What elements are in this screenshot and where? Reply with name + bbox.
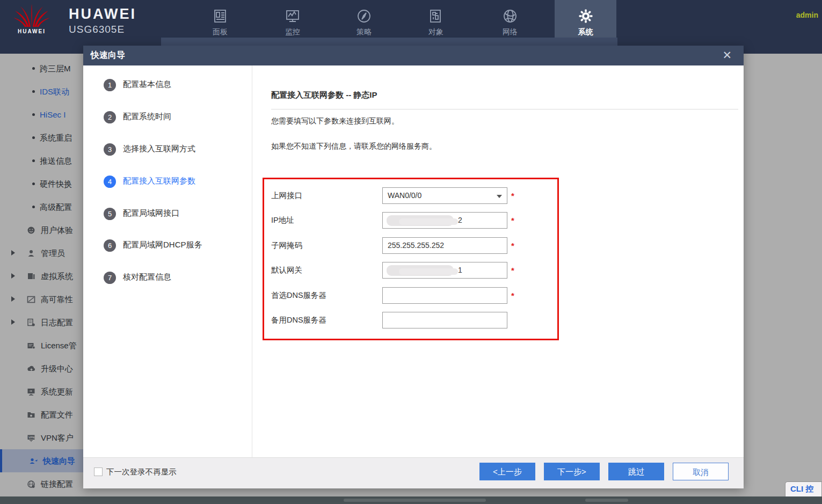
skip-button[interactable]: 跳过 [608,463,664,480]
dont-show-again-checkbox[interactable] [94,468,103,476]
dialog-header: 快速向导 ✕ [83,46,744,65]
redaction-blur [399,218,458,225]
cli-console-button[interactable]: CLI 控 [785,481,822,496]
huawei-logo-icon [13,3,50,28]
top-navigation-bar: HUAWEI HUAWEI USG6305E admin 面板 监控 策略 对象… [0,0,822,38]
checkbox-label: 下一次登录不再显示 [106,467,177,477]
huawei-logo-caption: HUAWEI [13,28,50,34]
default-gateway-input[interactable]: 1 [382,262,507,279]
policy-compass-icon [357,9,372,24]
quick-wizard-dialog: 快速向导 ✕ 1配置基本信息 2配置系统时间 3选择接入互联网方式 4配置接入互… [83,46,744,488]
heading-divider [271,109,738,109]
monitor-icon [285,9,300,24]
dialog-footer: 下一次登录不再显示 <上一步 下一步> 跳过 取消 [83,457,744,488]
dashboard-icon [213,9,228,24]
intro-line-2: 如果您不知道下列信息，请联系您的网络服务商。 [271,142,437,151]
wan-interface-select[interactable]: WAN0/0/0 [382,187,507,204]
required-asterisk: * [511,291,514,300]
required-asterisk: * [511,266,514,275]
system-gear-icon [578,9,593,24]
subnet-mask-input[interactable]: 255.255.255.252 [382,237,507,254]
network-globe-icon [503,9,518,24]
brand-name: HUAWEI [69,6,136,23]
secondary-dns-input[interactable] [382,312,507,328]
required-asterisk: * [511,216,514,225]
cancel-button[interactable]: 取消 [673,463,729,480]
chevron-down-icon [497,195,502,198]
close-icon[interactable]: ✕ [722,49,732,62]
object-icon [428,9,443,24]
previous-step-button[interactable]: <上一步 [479,463,535,480]
device-model: USG6305E [69,24,125,35]
redaction-blur [399,268,458,275]
wizard-steps-panel: 1配置基本信息 2配置系统时间 3选择接入互联网方式 4配置接入互联网参数 5配… [83,65,252,457]
primary-dns-input[interactable] [382,287,507,304]
required-asterisk: * [511,191,514,200]
logged-in-user[interactable]: admin [796,11,818,19]
ip-address-input[interactable]: 2 [382,212,507,229]
intro-line-1: 您需要填写以下参数来连接到互联网。 [271,116,399,126]
next-step-button[interactable]: 下一步> [544,463,600,480]
required-asterisk: * [511,241,514,250]
dialog-title: 快速向导 [91,50,125,61]
content-heading: 配置接入互联网参数 -- 静态IP [271,90,377,100]
